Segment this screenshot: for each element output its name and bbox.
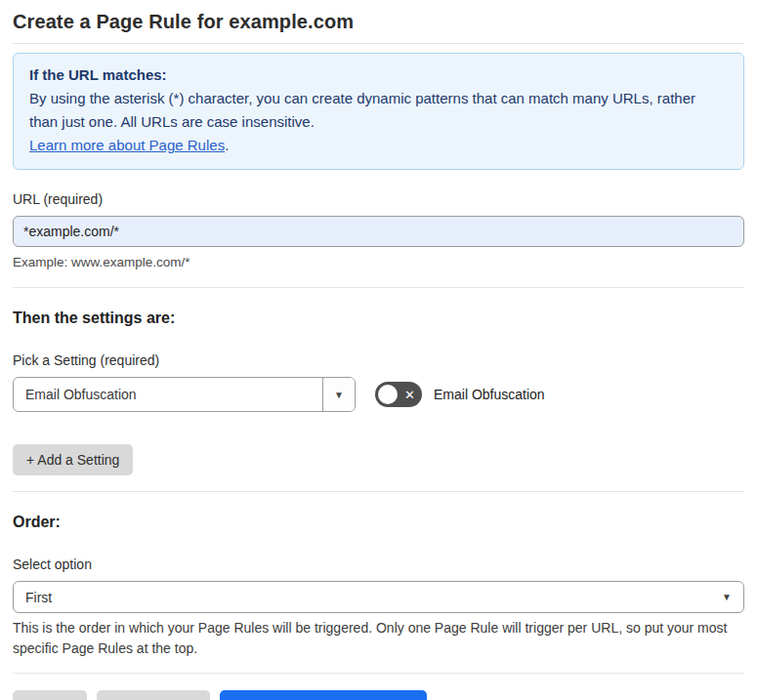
url-input[interactable] (13, 216, 744, 247)
toggle-label: Email Obfuscation (434, 387, 545, 402)
setting-row: Email Obfuscation ▼ ✕ Email Obfuscation (13, 377, 744, 412)
info-box-heading: If the URL matches: (29, 63, 728, 87)
order-select[interactable]: First ▼ (13, 581, 744, 613)
add-setting-button[interactable]: + Add a Setting (13, 444, 133, 475)
divider (13, 491, 744, 492)
order-helper-text: This is the order in which your Page Rul… (13, 618, 736, 659)
pick-setting-label: Pick a Setting (required) (13, 351, 744, 369)
order-select-value: First (25, 590, 52, 605)
page-title: Create a Page Rule for example.com (13, 10, 744, 34)
divider (13, 287, 744, 288)
order-select-label: Select option (13, 556, 744, 573)
setting-dropdown-value: Email Obfuscation (14, 378, 322, 411)
link-suffix: . (225, 137, 229, 153)
url-example-helper: Example: www.example.com/* (13, 254, 744, 270)
info-box-body: By using the asterisk (*) character, you… (29, 87, 728, 134)
dropdown-caret-icon[interactable]: ▼ (322, 378, 355, 411)
learn-more-link[interactable]: Learn more about Page Rules (29, 137, 225, 153)
order-section-heading: Order: (13, 513, 744, 532)
url-matches-info-box: If the URL matches: By using the asteris… (13, 53, 744, 170)
save-deploy-button[interactable]: Save and Deploy Page Rule (220, 690, 427, 700)
toggle-knob (378, 385, 398, 404)
page-rule-form: Create a Page Rule for example.com If th… (0, 10, 757, 700)
info-box-link-line: Learn more about Page Rules. (29, 134, 728, 157)
url-field-label: URL (required) (13, 190, 744, 208)
save-draft-button[interactable]: Save as Draft (97, 690, 211, 700)
setting-dropdown[interactable]: Email Obfuscation ▼ (13, 377, 356, 412)
divider (13, 43, 744, 44)
cancel-button[interactable]: Cancel (13, 690, 87, 700)
toggle-x-icon: ✕ (404, 389, 415, 401)
divider (13, 673, 744, 674)
settings-section-heading: Then the settings are: (13, 309, 744, 328)
select-caret-icon: ▼ (722, 592, 732, 602)
email-obfuscation-toggle[interactable]: ✕ (375, 382, 422, 407)
footer-actions: Cancel Save as Draft Save and Deploy Pag… (13, 690, 744, 700)
